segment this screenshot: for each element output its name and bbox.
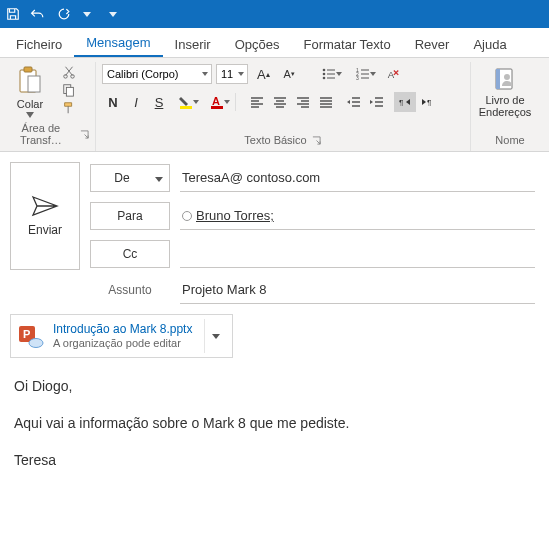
address-book-button[interactable]: Livro de Endereços bbox=[477, 64, 533, 120]
increase-font-icon[interactable]: A▴ bbox=[252, 64, 274, 84]
from-value: TeresaA@ contoso.com bbox=[182, 170, 320, 185]
tab-ficheiro[interactable]: Ficheiro bbox=[4, 31, 74, 57]
decrease-indent-icon[interactable] bbox=[343, 92, 365, 112]
dialog-launcher-icon[interactable] bbox=[80, 129, 89, 140]
redo-icon[interactable] bbox=[56, 7, 72, 21]
tab-rever[interactable]: Rever bbox=[403, 31, 462, 57]
chevron-down-icon[interactable] bbox=[82, 9, 92, 19]
to-button[interactable]: Para bbox=[90, 202, 170, 230]
svg-rect-6 bbox=[66, 87, 73, 96]
body-line-1: Oi Diogo, bbox=[14, 376, 531, 397]
font-name-select[interactable]: Calibri (Corpo) bbox=[102, 64, 212, 84]
bullets-icon[interactable] bbox=[314, 64, 344, 84]
numbering-icon[interactable]: 123 bbox=[348, 64, 378, 84]
chevron-down-icon[interactable] bbox=[108, 9, 118, 19]
tab-formatar-texto[interactable]: Formatar Texto bbox=[292, 31, 403, 57]
svg-point-24 bbox=[29, 339, 43, 348]
svg-rect-16 bbox=[211, 106, 223, 109]
copy-icon[interactable] bbox=[60, 82, 78, 98]
message-body[interactable]: Oi Diogo, Aqui vai a informação sobre o … bbox=[10, 366, 535, 497]
save-icon[interactable] bbox=[6, 7, 20, 21]
cc-field[interactable] bbox=[180, 240, 535, 268]
group-clipboard: Colar Área de Transf… bbox=[0, 62, 96, 151]
clipboard-group-label: Área de Transf… bbox=[6, 122, 76, 146]
svg-rect-2 bbox=[28, 76, 40, 92]
svg-point-7 bbox=[323, 69, 326, 72]
svg-rect-1 bbox=[24, 67, 32, 72]
names-group-label: Nome bbox=[495, 134, 524, 146]
body-line-3: Teresa bbox=[14, 450, 531, 471]
paste-button[interactable]: Colar bbox=[6, 64, 54, 120]
svg-point-9 bbox=[323, 77, 326, 80]
align-center-icon[interactable] bbox=[269, 92, 291, 112]
send-button[interactable]: Enviar bbox=[10, 162, 80, 270]
subject-field[interactable]: Projeto Mark 8 bbox=[180, 276, 535, 304]
decrease-font-icon[interactable]: A▾ bbox=[278, 64, 300, 84]
svg-rect-20 bbox=[496, 69, 500, 89]
powerpoint-cloud-icon: P bbox=[17, 322, 45, 350]
svg-text:P: P bbox=[23, 328, 30, 340]
compose-area: Enviar De TeresaA@ contoso.com Para Brun… bbox=[0, 152, 549, 497]
highlight-icon[interactable] bbox=[171, 92, 201, 112]
attachment-card[interactable]: P Introdução ao Mark 8.pptx A organizaçã… bbox=[10, 314, 233, 358]
svg-text:A: A bbox=[212, 95, 220, 107]
align-left-icon[interactable] bbox=[246, 92, 268, 112]
font-size-value: 11 bbox=[221, 68, 233, 80]
basic-text-group-label: Texto Básico bbox=[244, 134, 306, 146]
ribbon-tabs: Ficheiro Mensagem Inserir Opções Formata… bbox=[0, 28, 549, 58]
attachment-name: Introdução ao Mark 8.pptx bbox=[53, 322, 192, 336]
tab-opcoes[interactable]: Opções bbox=[223, 31, 292, 57]
quick-access-toolbar bbox=[0, 0, 549, 28]
body-line-2: Aqui vai a informação sobre o Mark 8 que… bbox=[14, 413, 531, 434]
send-label: Enviar bbox=[28, 223, 62, 237]
bold-icon[interactable]: N bbox=[102, 92, 124, 112]
svg-text:A: A bbox=[388, 69, 395, 80]
to-field[interactable]: Bruno Torres; bbox=[180, 202, 535, 230]
attachment-chevron-icon[interactable] bbox=[204, 319, 226, 353]
ltr-icon[interactable]: ¶ bbox=[394, 92, 416, 112]
tab-inserir[interactable]: Inserir bbox=[163, 31, 223, 57]
underline-icon[interactable]: S bbox=[148, 92, 170, 112]
clear-formatting-icon[interactable]: A bbox=[382, 64, 404, 84]
paste-label: Colar bbox=[17, 98, 43, 110]
dialog-launcher-icon[interactable] bbox=[311, 135, 322, 146]
presence-icon bbox=[182, 211, 192, 221]
format-painter-icon[interactable] bbox=[60, 100, 78, 116]
cc-button[interactable]: Cc bbox=[90, 240, 170, 268]
svg-point-21 bbox=[504, 74, 510, 80]
attachment-subtitle: A organização pode editar bbox=[53, 337, 192, 350]
italic-icon[interactable]: I bbox=[125, 92, 147, 112]
from-button[interactable]: De bbox=[90, 164, 170, 192]
cut-icon[interactable] bbox=[60, 64, 78, 80]
undo-icon[interactable] bbox=[30, 7, 46, 21]
font-color-icon[interactable]: A bbox=[202, 92, 232, 112]
rtl-icon[interactable]: ¶ bbox=[417, 92, 439, 112]
font-name-value: Calibri (Corpo) bbox=[107, 68, 179, 80]
increase-indent-icon[interactable] bbox=[366, 92, 388, 112]
subject-label: Assunto bbox=[90, 283, 170, 297]
svg-point-8 bbox=[323, 73, 326, 76]
font-size-select[interactable]: 11 bbox=[216, 64, 248, 84]
to-label: Para bbox=[117, 209, 142, 223]
svg-text:¶: ¶ bbox=[399, 98, 403, 107]
from-field[interactable]: TeresaA@ contoso.com bbox=[180, 164, 535, 192]
tab-mensagem[interactable]: Mensagem bbox=[74, 29, 162, 57]
to-recipient[interactable]: Bruno Torres; bbox=[196, 208, 274, 223]
svg-text:3: 3 bbox=[356, 75, 359, 80]
align-justify-icon[interactable] bbox=[315, 92, 337, 112]
ribbon: Colar Área de Transf… bbox=[0, 58, 549, 152]
tab-ajuda[interactable]: Ajuda bbox=[461, 31, 518, 57]
cc-label: Cc bbox=[123, 247, 138, 261]
address-book-label-2: Endereços bbox=[479, 106, 532, 118]
svg-text:¶: ¶ bbox=[427, 98, 431, 107]
from-label: De bbox=[114, 171, 129, 185]
attachments-area: P Introdução ao Mark 8.pptx A organizaçã… bbox=[10, 304, 535, 366]
group-basic-text: Calibri (Corpo) 11 A▴ A▾ 123 A bbox=[96, 62, 471, 151]
subject-value: Projeto Mark 8 bbox=[182, 282, 267, 297]
svg-rect-14 bbox=[180, 106, 192, 109]
align-right-icon[interactable] bbox=[292, 92, 314, 112]
group-names: Livro de Endereços Nome bbox=[471, 62, 549, 151]
address-book-label-1: Livro de bbox=[485, 94, 524, 106]
